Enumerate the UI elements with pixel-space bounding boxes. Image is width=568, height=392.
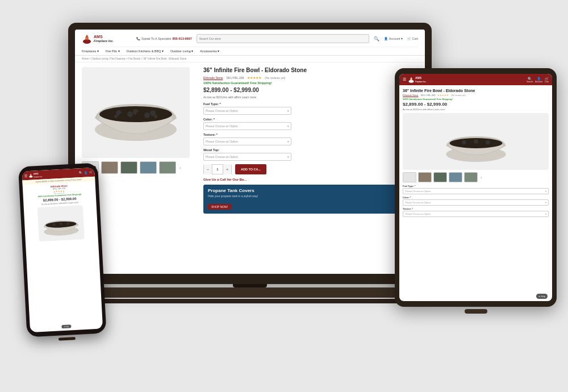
ph-account-icon[interactable]: 👤 <box>84 171 87 174</box>
tablet-screen: ☰ AMSFireplace Inc. 🔍Search 👤Account 🛒Ca… <box>399 74 552 301</box>
svg-point-23 <box>486 140 490 145</box>
tab-hamburger-icon[interactable]: ☰ <box>403 77 406 82</box>
color-label: Color: * <box>203 118 418 121</box>
tab-color: Color: * Please Choose an Option ▾ <box>403 196 549 206</box>
phone-specialist[interactable]: 📞 Speak To A Specialist 855-513-9967 <box>136 37 192 40</box>
svg-point-11 <box>144 112 150 118</box>
wood-top-select[interactable]: Please Choose an Option ▾ <box>203 153 291 161</box>
svg-point-9 <box>127 111 133 117</box>
ph-cart-icon[interactable]: 🛒 <box>89 170 92 174</box>
svg-point-13 <box>154 115 157 118</box>
logo[interactable]: AMS Fireplace Inc. <box>82 33 127 44</box>
ph-hamburger-icon[interactable]: ☰ <box>24 174 27 178</box>
svg-point-21 <box>474 139 478 144</box>
thumb-3[interactable] <box>120 161 137 174</box>
product-tag[interactable]: Eldorado Stone <box>203 76 223 80</box>
tab-guarantee: 100% Satisfaction Guaranteed! Free Shipp… <box>403 98 549 101</box>
laptop-screen: AMS Fireplace Inc. 📞 Speak To A Speciali… <box>75 30 425 274</box>
ph-search-icon[interactable]: 🔍 <box>79 171 82 174</box>
fuel-type-group: Fuel Type: * Please Choose an Option ▾ <box>203 102 418 115</box>
texture-group: Texture: * Please Choose an Option ▾ <box>203 133 418 145</box>
svg-point-20 <box>467 139 472 144</box>
nav-fire-pits[interactable]: Fire Pits ▾ <box>106 49 120 53</box>
thumb-2[interactable] <box>101 161 118 174</box>
tab-color-select[interactable]: Please Choose an Option ▾ <box>403 199 549 206</box>
fuel-type-label: Fuel Type: * <box>203 102 418 106</box>
color-group: Color: * Please Choose an Option ▾ <box>203 118 418 130</box>
product-price: $2,899.00 - $2,999.00 <box>203 87 418 93</box>
thumb-5[interactable] <box>159 161 176 174</box>
tab-cart[interactable]: 🛒Cart <box>545 77 549 83</box>
svg-point-10 <box>136 112 141 116</box>
add-to-cart-button[interactable]: ADD TO CA... <box>235 164 266 174</box>
tab-product-body: 36" Infinite Fire Bowl - Eldorado Stone … <box>399 85 552 222</box>
thumb-next[interactable]: › <box>179 165 181 170</box>
logo-icon <box>82 33 92 44</box>
wood-top-label: Wood Top: <box>203 148 418 152</box>
phone-device: ☰ AMSFireplace Inc. 🔍 👤 🛒 <box>18 163 107 343</box>
nav-fireplaces[interactable]: Fireplaces ▾ <box>82 49 99 53</box>
laptop-frame: AMS Fireplace Inc. 📞 Speak To A Speciali… <box>68 23 432 284</box>
tab-meta: Eldorado Stone SKU: FBL-209 ★★★★★ (No re… <box>403 94 549 97</box>
tab-thumb-4[interactable] <box>449 172 462 182</box>
affirm-text: As low as $101/mo with affirm Learn more <box>203 95 418 99</box>
select-chevron: ▾ <box>287 109 289 112</box>
qty-value: 1 <box>212 164 223 174</box>
promo-title: Propane Tank Covers <box>208 188 414 193</box>
svg-point-8 <box>119 113 124 118</box>
tablet-home-button[interactable] <box>465 309 487 314</box>
tab-fuel-type: Fuel Type: * Please Choose an Option ▾ <box>403 185 549 194</box>
tab-price: $2,899.00 - $2,999.00 <box>403 102 549 107</box>
nav-outdoor-living[interactable]: Outdoor Living ▾ <box>170 49 193 53</box>
tab-thumb-2[interactable] <box>418 172 432 182</box>
fuel-type-select[interactable]: Please Choose an Option ▾ <box>203 107 291 115</box>
tab-fuel-select[interactable]: Please Choose an Option ▾ <box>403 188 549 194</box>
nav-bar: Fireplaces ▾ Fire Pits ▾ Outdoor Kitchen… <box>82 47 418 55</box>
ph-help-badge[interactable]: ● Help <box>61 324 71 328</box>
tab-help-badge[interactable]: ● Help <box>536 294 548 299</box>
tab-thumb-1[interactable] <box>403 172 416 182</box>
tab-stars: ★★★★★ <box>437 94 449 97</box>
thumb-4[interactable] <box>140 161 157 174</box>
search-input[interactable] <box>197 34 370 43</box>
select-chevron-3: ▾ <box>287 140 289 143</box>
qty-control: − 1 + <box>203 164 232 174</box>
tab-search[interactable]: 🔍Search <box>527 77 533 83</box>
phone-home-button[interactable] <box>59 337 76 341</box>
ph-product-image <box>37 205 85 241</box>
search-icon[interactable]: 🔍 <box>374 36 379 41</box>
tab-thumb-next[interactable]: › <box>481 175 482 180</box>
product-stars: ★★★★★ <box>247 76 261 80</box>
shop-now-button[interactable]: SHOP NOW! <box>208 204 231 210</box>
tablet-frame: ☰ AMSFireplace Inc. 🔍Search 👤Account 🛒Ca… <box>395 68 557 307</box>
select-chevron-2: ▾ <box>287 124 289 128</box>
tab-reviews: (No reviews yet) <box>451 94 465 97</box>
qty-minus[interactable]: − <box>204 164 212 174</box>
call-banner: Give Us a Call for Our Be... <box>203 178 418 181</box>
svg-point-22 <box>479 139 485 144</box>
cart-link[interactable]: 🛒 Cart <box>407 37 418 40</box>
tab-texture-select[interactable]: Please Choose an Option ▾ <box>403 211 549 217</box>
product-guarantee: 100% Satisfaction Guaranteed! Free Shipp… <box>203 81 418 85</box>
tab-thumb-5[interactable] <box>464 172 478 182</box>
tab-header-right: 🔍Search 👤Account 🛒Cart <box>527 77 549 83</box>
phone-icon: 📞 <box>136 37 140 40</box>
product-main-image <box>82 67 190 158</box>
nav-outdoor-kitchens[interactable]: Outdoor Kitchens & BBQ ▾ <box>127 49 164 53</box>
laptop-base-bottom <box>51 299 449 303</box>
tab-account[interactable]: 👤Account <box>535 77 542 83</box>
nav-accessories[interactable]: Accessories ▾ <box>200 49 219 53</box>
laptop-device: AMS Fireplace Inc. 📞 Speak To A Speciali… <box>68 23 432 312</box>
texture-select[interactable]: Please Choose an Option ▾ <box>203 137 291 145</box>
tab-product-tag[interactable]: Eldorado Stone <box>403 94 419 97</box>
color-select[interactable]: Please Choose an Option ▾ <box>203 122 291 130</box>
account-link[interactable]: 👤 Account ▾ <box>384 37 403 40</box>
laptop-base <box>51 287 449 298</box>
svg-point-12 <box>114 115 118 118</box>
tab-header: ☰ AMSFireplace Inc. 🔍Search 👤Account 🛒Ca… <box>399 74 552 85</box>
qty-plus[interactable]: + <box>223 164 231 174</box>
tab-logo: AMSFireplace Inc. <box>408 76 426 83</box>
tab-thumb-3[interactable] <box>433 172 447 182</box>
scene: AMS Fireplace Inc. 📞 Speak To A Speciali… <box>0 0 568 392</box>
promo-subtitle: Hide your propane tank in a stylish way! <box>208 194 414 198</box>
